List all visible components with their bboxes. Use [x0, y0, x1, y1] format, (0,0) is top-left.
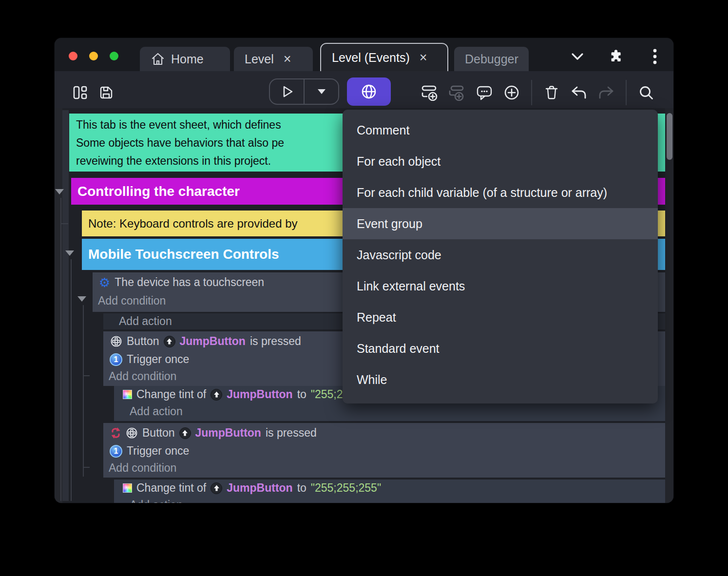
sheet-margin-rail [62, 110, 69, 501]
tree-guide [60, 223, 68, 224]
object-arrow-icon [164, 336, 175, 347]
toolbar-separator [531, 80, 532, 105]
menu-item-repeat[interactable]: Repeat [343, 302, 658, 333]
plugin-name: Button [142, 426, 175, 440]
tab-level-events-label: Level (Events) [332, 51, 410, 65]
scrollbar-track[interactable] [665, 108, 673, 503]
search-button[interactable] [637, 84, 655, 101]
tree-guide [83, 467, 90, 468]
redo-icon [598, 85, 614, 100]
tab-home[interactable]: Home [140, 47, 230, 71]
action-block[interactable]: Change tint of JumpButton to "255;255;25… [114, 480, 665, 503]
save-icon [99, 85, 114, 100]
tint-icon [123, 483, 132, 493]
action-row[interactable]: Change tint of JumpButton to "255;255;25… [123, 481, 665, 495]
tree-guide [71, 259, 72, 501]
subgroup-title: Mobile Touchscreen Controls [88, 247, 279, 262]
preview-options-button[interactable] [305, 79, 338, 104]
play-icon [280, 84, 294, 99]
tree-guide [83, 375, 90, 376]
condition-text: is pressed [266, 426, 317, 440]
object-arrow-icon [211, 482, 222, 494]
object-name: JumpButton [195, 426, 261, 440]
button-plugin-icon [126, 427, 138, 439]
event-block-jumpbutton-inverted[interactable]: Button JumpButton is pressed 1 Trigger o… [103, 423, 665, 478]
condition-text: The device has a touchscreen [115, 276, 264, 289]
globe-icon [360, 82, 378, 101]
menu-item-comment[interactable]: Comment [343, 115, 658, 146]
caret-down-icon [318, 89, 326, 94]
menu-item-link-external-events[interactable]: Link external events [343, 270, 658, 302]
object-name: JumpButton [227, 481, 292, 495]
subgroup-expander-icon[interactable] [65, 250, 74, 256]
undo-button[interactable] [570, 84, 588, 101]
tab-level[interactable]: Level × [234, 47, 313, 71]
close-window-button[interactable] [69, 52, 77, 60]
system-gear-icon: ⚙ [99, 276, 110, 289]
tab-debugger[interactable]: Debugger [454, 47, 529, 71]
remote-preview-button[interactable] [347, 77, 391, 106]
minimize-window-button[interactable] [89, 52, 98, 60]
trigger-once-icon: 1 [110, 445, 122, 458]
plugin-name: Button [127, 335, 159, 348]
tab-level-events-close-icon[interactable]: × [420, 51, 427, 64]
menu-item-javascript-code[interactable]: Javascript code [343, 239, 658, 270]
scrollbar-thumb[interactable] [667, 113, 672, 160]
action-text: Change tint of [136, 481, 206, 495]
condition-row[interactable]: Button JumpButton is pressed [110, 426, 665, 440]
zoom-window-button[interactable] [110, 52, 118, 60]
add-event-button[interactable] [421, 84, 439, 101]
save-button[interactable] [96, 83, 116, 102]
event-group-title: Controlling the character [77, 184, 240, 199]
group-expander-icon[interactable] [55, 189, 64, 194]
tab-level-events[interactable]: Level (Events) × [320, 43, 448, 71]
layout-panels-button[interactable] [71, 83, 90, 102]
tree-guide [83, 305, 84, 477]
menu-item-event-group[interactable]: Event group [343, 208, 658, 239]
add-condition-link[interactable]: Add condition [109, 461, 665, 475]
menu-item-for-each-child-var[interactable]: For each child variable (of a structure … [343, 177, 658, 208]
titlebar: Home Level × Level (Events) × Debugger [55, 38, 673, 71]
tab-level-label: Level [245, 52, 274, 66]
menu-button[interactable] [646, 48, 664, 65]
toolbar-separator [626, 80, 627, 105]
tint-value: "255;255;255" [311, 481, 381, 495]
add-action-link[interactable]: Add action [130, 405, 665, 418]
object-arrow-icon [179, 427, 191, 439]
button-plugin-icon [110, 335, 122, 347]
add-action-link[interactable]: Add action [130, 499, 665, 503]
menu-item-while[interactable]: While [343, 364, 658, 395]
trash-icon [544, 85, 559, 100]
chevron-down-icon [571, 51, 584, 62]
add-comment-button[interactable] [476, 84, 493, 101]
delete-button[interactable] [543, 84, 560, 101]
menu-item-standard-event[interactable]: Standard event [343, 333, 658, 364]
action-text: Change tint of [136, 388, 206, 401]
puzzle-icon [609, 49, 623, 64]
add-subevent-button-disabled[interactable] [448, 84, 466, 101]
trigger-once-row[interactable]: 1 Trigger once [110, 444, 665, 458]
tree-guide [60, 198, 61, 501]
object-arrow-icon [211, 389, 222, 401]
tab-list-button[interactable] [569, 48, 586, 65]
undo-icon [571, 85, 587, 100]
app-window: Home Level × Level (Events) × Debugger [55, 38, 673, 503]
addons-button[interactable] [607, 48, 625, 65]
add-button[interactable] [503, 84, 520, 101]
tab-home-label: Home [171, 52, 204, 66]
preview-split-button [269, 78, 339, 105]
layout-panels-icon [73, 85, 88, 100]
trigger-once-text: Trigger once [127, 353, 189, 366]
plus-circle-icon [503, 84, 520, 101]
search-icon [638, 85, 654, 100]
toolbar [55, 71, 673, 108]
event-expander-icon[interactable] [77, 296, 86, 302]
trigger-once-icon: 1 [110, 353, 122, 366]
note-text: Note: Keyboard controls are provided by [88, 217, 298, 230]
object-name: JumpButton [227, 388, 292, 401]
menu-item-for-each-object[interactable]: For each object [343, 146, 658, 177]
preview-play-button[interactable] [270, 79, 304, 104]
tab-level-close-icon[interactable]: × [284, 53, 291, 66]
redo-button-disabled[interactable] [597, 84, 615, 101]
tab-debugger-label: Debugger [465, 52, 518, 66]
